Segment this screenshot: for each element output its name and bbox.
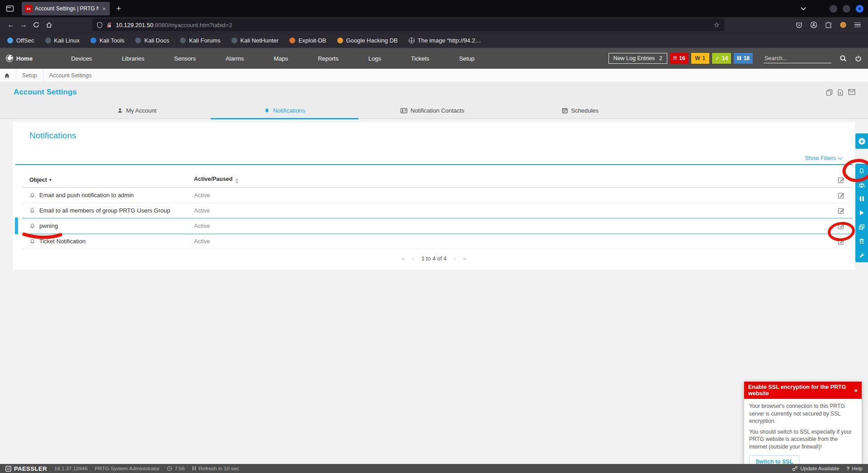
pause-icon[interactable] xyxy=(859,196,864,202)
bookmark-kali-tools[interactable]: Kali Tools xyxy=(90,37,124,44)
table-row[interactable]: Ticket Notification Active xyxy=(22,234,853,249)
ssl-popup-body: Your browser's connection to this PRTG s… xyxy=(744,399,862,454)
page-title-bar: Account Settings xyxy=(0,82,868,102)
back-icon[interactable]: ← xyxy=(5,19,17,31)
alarms-badge[interactable]: !! 16 xyxy=(670,53,688,64)
pause-refresh-icon[interactable] xyxy=(192,466,197,471)
show-filters-link[interactable]: Show Filters xyxy=(805,155,842,161)
account-icon[interactable] xyxy=(810,21,817,28)
tab-notification-contacts[interactable]: Notification Contacts xyxy=(359,102,506,119)
nav-alarms[interactable]: Alarms xyxy=(211,55,259,62)
refresh-countdown[interactable]: Refresh in 10 sec xyxy=(192,466,239,471)
first-page-button[interactable]: « xyxy=(402,255,405,262)
column-active-paused[interactable]: Active/Paused xyxy=(194,176,239,184)
warnings-badge[interactable]: W 1 xyxy=(691,53,709,64)
copy-icon[interactable] xyxy=(826,89,833,96)
search-icon[interactable] xyxy=(840,55,847,62)
file-add-icon[interactable] xyxy=(837,89,844,96)
table-row[interactable]: Email to all members of group PRTG Users… xyxy=(22,203,853,218)
edit-icon[interactable] xyxy=(838,238,844,245)
bookmark-kali-forums[interactable]: Kali Forums xyxy=(180,37,220,44)
insecure-lock-icon[interactable] xyxy=(106,22,112,28)
calendar-icon xyxy=(562,108,568,114)
notification-name[interactable]: Email and push notification to admin xyxy=(39,192,134,199)
notification-name[interactable]: Email to all members of group PRTG Users… xyxy=(39,207,170,214)
paused-badge[interactable]: 18 xyxy=(734,53,753,64)
close-icon[interactable]: × xyxy=(854,387,858,394)
edit-icon[interactable] xyxy=(838,176,844,183)
bookmark-offsec[interactable]: OffSec xyxy=(7,37,34,44)
logout-power-icon[interactable] xyxy=(855,55,862,62)
nav-reports[interactable]: Reports xyxy=(303,55,354,62)
breadcrumb-setup[interactable]: Setup xyxy=(22,72,37,79)
bookmark-kali-docs[interactable]: Kali Docs xyxy=(135,37,169,44)
edit-icon[interactable] xyxy=(838,192,844,199)
breadcrumb-account-settings[interactable]: Account Settings xyxy=(49,72,92,79)
bookmark-star-icon[interactable]: ☆ xyxy=(714,21,720,29)
settings-wrench-icon[interactable] xyxy=(859,252,865,258)
tab-my-account[interactable]: My Account xyxy=(63,102,211,119)
close-tab-icon[interactable]: × xyxy=(101,5,107,12)
bookmark-kali-nethunter[interactable]: Kali NetHunter xyxy=(231,37,279,44)
edit-icon[interactable] xyxy=(838,222,844,229)
notification-name[interactable]: pwning xyxy=(39,222,58,229)
browser-tab[interactable]: 16 Account Settings | PRTG N × xyxy=(22,2,110,15)
reload-icon[interactable] xyxy=(30,19,42,31)
prev-page-button[interactable]: ‹ xyxy=(412,255,414,262)
update-available-link[interactable]: Update Available xyxy=(792,466,839,471)
kali-dragon-icon xyxy=(45,38,51,43)
forward-icon[interactable]: → xyxy=(17,19,30,31)
ok-badge[interactable]: ✓ 14 xyxy=(712,53,731,64)
bookmark-the-image[interactable]: The image “http://94.2… xyxy=(409,37,481,44)
tab-schedules[interactable]: Schedules xyxy=(506,102,654,119)
users-icon[interactable] xyxy=(858,182,865,188)
add-notification-button[interactable] xyxy=(855,133,868,149)
list-all-tabs-icon[interactable] xyxy=(801,7,806,10)
notification-name[interactable]: Ticket Notification xyxy=(39,238,85,245)
extensions-puzzle-icon[interactable] xyxy=(825,22,832,28)
minimize-button[interactable] xyxy=(830,5,837,13)
bookmark-google-hacking-db[interactable]: Google Hacking DB xyxy=(337,37,398,44)
column-object[interactable]: Object xyxy=(29,177,47,183)
url-bar[interactable]: 10.129.201.50:8080/myaccount.htm?tabid=2… xyxy=(92,19,724,31)
mail-icon[interactable] xyxy=(848,89,855,96)
table-row[interactable]: Email and push notification to admin Act… xyxy=(22,188,853,203)
close-window-button[interactable]: × xyxy=(856,5,863,13)
home-icon[interactable] xyxy=(42,19,55,31)
new-tab-button[interactable]: + xyxy=(116,4,121,14)
new-log-entries-button[interactable]: New Log Entries2 xyxy=(609,53,668,64)
server-time: 7:56 xyxy=(167,466,184,471)
shield-icon[interactable] xyxy=(97,22,103,28)
pocket-icon[interactable] xyxy=(796,22,802,28)
edit-icon[interactable] xyxy=(838,207,844,214)
nav-maps[interactable]: Maps xyxy=(259,55,303,62)
paessler-logo[interactable]: PAESSLER xyxy=(5,465,47,472)
person-icon xyxy=(117,108,123,114)
search-box[interactable] xyxy=(764,54,831,63)
tab-notifications[interactable]: Notifications xyxy=(211,102,359,119)
bookmark-exploit-db[interactable]: Exploit-DB xyxy=(289,37,326,44)
firefox-view-icon[interactable] xyxy=(4,3,16,14)
next-page-button[interactable]: › xyxy=(454,255,456,262)
menu-hamburger-icon[interactable] xyxy=(854,21,861,29)
search-input[interactable] xyxy=(764,54,831,63)
delete-trash-icon[interactable] xyxy=(859,238,864,244)
bell-icon xyxy=(29,223,35,229)
nav-logs[interactable]: Logs xyxy=(354,55,396,62)
bookmark-kali-linux[interactable]: Kali Linux xyxy=(45,37,80,44)
nav-libraries[interactable]: Libraries xyxy=(107,55,159,62)
nav-devices[interactable]: Devices xyxy=(56,55,107,62)
table-row-pwning[interactable]: pwning Active xyxy=(22,218,853,234)
help-link[interactable]: ? Help xyxy=(846,466,863,471)
notifications-bell-icon[interactable] xyxy=(859,168,865,174)
nav-tickets[interactable]: Tickets xyxy=(396,55,444,62)
breadcrumb-home-icon[interactable] xyxy=(4,73,10,78)
play-icon[interactable] xyxy=(859,210,864,216)
nav-home[interactable]: Home xyxy=(5,54,33,62)
nav-setup[interactable]: Setup xyxy=(444,55,490,62)
clone-icon[interactable] xyxy=(859,224,865,230)
cookie-extension-icon[interactable] xyxy=(840,21,847,28)
nav-sensors[interactable]: Sensors xyxy=(159,55,211,62)
maximize-button[interactable] xyxy=(843,5,850,13)
last-page-button[interactable]: » xyxy=(463,255,466,262)
